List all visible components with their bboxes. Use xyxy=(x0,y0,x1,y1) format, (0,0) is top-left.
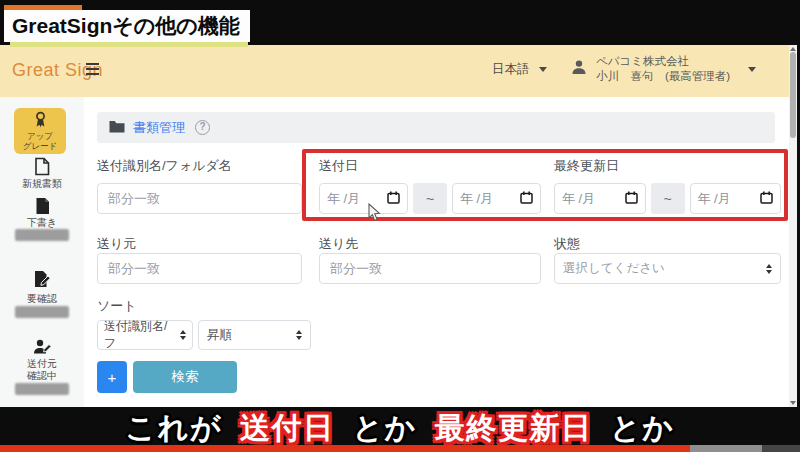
sidebar-item-sender-confirming-line2[interactable]: 確認中 xyxy=(0,369,84,383)
hamburger-icon[interactable] xyxy=(86,63,99,75)
sidebar: アップ グレード 新規書類 下書き 要確認 送付元 確認中 xyxy=(0,97,84,407)
progress-played xyxy=(0,445,690,452)
date-placeholder: 年 /月 xyxy=(460,190,493,208)
sidebar-item-draft[interactable]: 下書き xyxy=(0,216,84,230)
page-title[interactable]: 書類管理 xyxy=(133,119,185,137)
help-icon[interactable]: ? xyxy=(195,120,210,135)
date-range-tilde: ~ xyxy=(413,183,447,214)
date-range-tilde: ~ xyxy=(651,183,685,214)
sort-field-value: 送付識別名/フ xyxy=(104,318,176,352)
mouse-cursor xyxy=(367,203,381,227)
caption-highlight-send-date: 送付日 xyxy=(240,411,335,444)
user-company: ペパコミ株式会社 xyxy=(596,54,730,69)
calendar-icon[interactable] xyxy=(625,191,638,207)
folder-icon xyxy=(109,119,125,137)
sender-field-label: 送り元 xyxy=(97,235,136,253)
recipient-search-input[interactable]: 部分一致 xyxy=(319,253,541,284)
progress-buffered xyxy=(690,445,762,452)
date-placeholder: 年 /月 xyxy=(327,190,360,208)
upgrade-label-line2: グレード xyxy=(14,142,66,152)
calendar-icon[interactable] xyxy=(760,191,773,207)
subtitle-caption: これが 送付日 とか 最終更新日 とか xyxy=(0,408,800,449)
scroll-down-arrow-icon[interactable] xyxy=(790,401,796,405)
chevron-down-icon[interactable] xyxy=(748,67,756,72)
confirm-count-badge-blurred xyxy=(15,306,69,318)
video-title-box: GreatSignその他の機能 xyxy=(4,10,250,42)
send-date-to-input[interactable]: 年 /月 xyxy=(452,183,541,214)
video-progress-bar[interactable] xyxy=(0,445,800,452)
sidebar-item-confirm-required[interactable]: 要確認 xyxy=(0,292,84,306)
sidebar-item-new-document[interactable]: 新規書類 xyxy=(0,177,84,191)
name-field-label: 送付識別名/フォルダ名 xyxy=(97,157,232,175)
date-placeholder: 年 /月 xyxy=(698,190,731,208)
scrollbar[interactable] xyxy=(789,45,797,407)
user-menu[interactable]: ペパコミ株式会社 小川 喜句 (最高管理者) xyxy=(570,54,730,84)
video-title: GreatSignその他の機能 xyxy=(12,14,240,37)
page-header-bar: 書類管理 ? xyxy=(97,112,775,143)
caption-word: とか xyxy=(352,411,416,444)
caption-word: これが xyxy=(126,411,223,444)
progress-remaining xyxy=(762,445,800,452)
sender-search-input[interactable]: 部分一致 xyxy=(97,253,302,284)
app-body: アップ グレード 新規書類 下書き 要確認 送付元 確認中 xyxy=(0,97,789,407)
sort-order-value: 昇順 xyxy=(207,327,232,344)
draft-count-badge-blurred xyxy=(15,229,69,241)
video-frame: GreatSignその他の機能 Great Sign 日本語 ペパコミ株式会社 … xyxy=(0,0,800,452)
language-selector[interactable]: 日本語 xyxy=(492,61,547,78)
last-update-to-input[interactable]: 年 /月 xyxy=(690,183,782,214)
send-date-range: 年 /月 ~ 年 /月 xyxy=(319,183,541,214)
user-name: 小川 喜句 (最高管理者) xyxy=(596,69,730,84)
select-arrows-icon xyxy=(180,330,186,340)
caption-word: とか xyxy=(610,411,674,444)
confirm-required-icon[interactable] xyxy=(0,270,84,292)
last-update-label: 最終更新日 xyxy=(554,157,619,175)
caption-highlight-last-update: 最終更新日 xyxy=(435,411,593,444)
person-icon xyxy=(570,58,588,80)
scrollbar-thumb[interactable] xyxy=(790,52,796,138)
chevron-down-icon xyxy=(539,67,547,72)
language-label: 日本語 xyxy=(492,61,530,78)
award-icon xyxy=(33,114,48,131)
status-select-value: 選択してください xyxy=(563,260,665,277)
title-accent-lime xyxy=(10,42,248,47)
main-content: 書類管理 ? 送付識別名/フォルダ名 送付日 最終更新日 部分一致 年 /月 ~… xyxy=(84,97,789,407)
search-button[interactable]: 検索 xyxy=(133,361,237,393)
send-date-from-input[interactable]: 年 /月 xyxy=(319,183,408,214)
select-arrows-icon xyxy=(766,264,772,274)
calendar-icon[interactable] xyxy=(387,191,400,207)
video-title-banner: GreatSignその他の機能 xyxy=(4,5,250,47)
calendar-icon[interactable] xyxy=(520,191,533,207)
select-arrows-icon xyxy=(296,330,302,340)
add-condition-button[interactable]: + xyxy=(97,361,127,393)
status-field-label: 状態 xyxy=(554,235,580,253)
sender-count-badge-blurred xyxy=(15,383,69,395)
last-update-range: 年 /月 ~ 年 /月 xyxy=(554,183,781,214)
send-date-label: 送付日 xyxy=(319,157,358,175)
sort-order-select[interactable]: 昇順 xyxy=(198,320,311,350)
status-select[interactable]: 選択してください xyxy=(554,253,781,284)
name-search-input[interactable]: 部分一致 xyxy=(97,183,302,214)
date-placeholder: 年 /月 xyxy=(562,190,595,208)
upgrade-button[interactable]: アップ グレード xyxy=(14,108,66,154)
recipient-field-label: 送り先 xyxy=(319,235,358,253)
scroll-up-arrow-icon[interactable] xyxy=(790,47,796,51)
app-header: Great Sign 日本語 ペパコミ株式会社 小川 喜句 (最高管理者) xyxy=(0,45,789,97)
sort-field-select[interactable]: 送付識別名/フ xyxy=(97,320,193,350)
last-update-from-input[interactable]: 年 /月 xyxy=(554,183,646,214)
sort-label: ソート xyxy=(97,297,137,315)
